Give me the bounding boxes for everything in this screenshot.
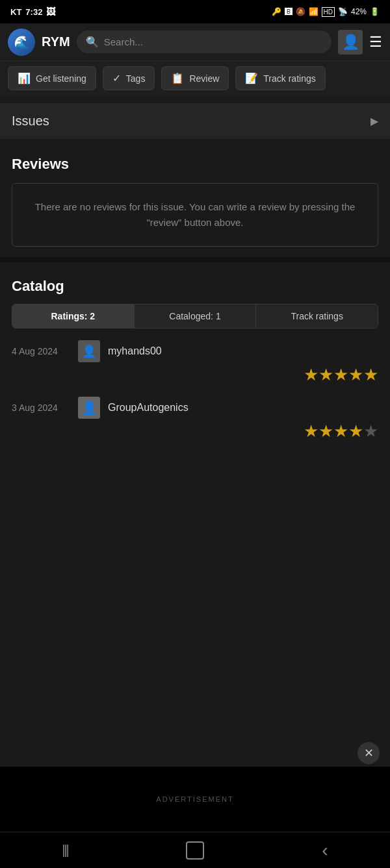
hamburger-menu[interactable]: ☰	[369, 34, 382, 51]
rating-row-1: 4 Aug 2024 👤 myhands00	[12, 340, 378, 362]
nav-back-button[interactable]: |||	[0, 832, 130, 868]
nav-home-button[interactable]	[130, 832, 260, 868]
catalog-section: Catalog Ratings: 2 Cataloged: 1 Track ra…	[0, 267, 390, 464]
photo-icon: 🖼	[46, 6, 55, 17]
track-ratings-label: Track ratings	[263, 73, 315, 84]
top-nav: 🌊 RYM 🔍 Search... 👤 ☰	[0, 23, 390, 61]
logo-icon: 🌊	[14, 34, 30, 50]
user-thumb-2: 👤	[78, 397, 100, 419]
ad-close-button[interactable]: ✕	[358, 742, 380, 764]
star-2-5: ★	[363, 421, 378, 441]
close-icon: ✕	[364, 746, 374, 760]
tags-button[interactable]: ✓ Tags	[103, 66, 155, 90]
battery-icon: 🔋	[370, 7, 380, 16]
search-icon: 🔍	[86, 36, 99, 48]
content-spacer	[0, 615, 390, 767]
star-2-2: ★	[318, 421, 333, 441]
username-1[interactable]: myhands00	[108, 345, 162, 357]
status-right: 🔑 🅱 🔕 📶 HD 📡 42% 🔋	[272, 7, 380, 17]
key-icon: 🔑	[272, 7, 281, 16]
action-buttons-row: 📊 Get listening ✓ Tags 📋 Review 📝 Track …	[0, 61, 390, 97]
stars-row-1: ★ ★ ★ ★ ★	[12, 365, 378, 385]
bottom-nav: ||| ‹	[0, 832, 390, 868]
star-1-5: ★	[363, 365, 378, 385]
star-1-3: ★	[333, 365, 348, 385]
star-1-4: ★	[348, 365, 363, 385]
track-ratings-tab-label: Track ratings	[291, 311, 343, 321]
wifi-icon: 📶	[309, 7, 318, 16]
get-listening-button[interactable]: 📊 Get listening	[8, 66, 96, 90]
ratings-tab-label: Ratings: 2	[51, 311, 95, 321]
nav-back-icon: |||	[62, 843, 68, 858]
reviews-title: Reviews	[12, 156, 378, 173]
catalog-tab-cataloged[interactable]: Cataloged: 1	[135, 304, 257, 328]
rating-date-2: 3 Aug 2024	[12, 403, 70, 413]
rating-entry-2: 3 Aug 2024 👤 GroupAutogenics ★ ★ ★ ★ ★	[12, 397, 378, 441]
ad-label: ADVERTISEMENT	[156, 795, 233, 803]
track-ratings-icon: 📝	[245, 72, 258, 84]
star-1-1: ★	[304, 365, 318, 385]
get-listening-icon: 📊	[18, 72, 31, 84]
star-2-3: ★	[333, 421, 348, 441]
star-2-4: ★	[348, 421, 363, 441]
get-listening-label: Get listening	[36, 73, 86, 84]
catalog-tab-track-ratings[interactable]: Track ratings	[256, 304, 378, 328]
user-avatar[interactable]: 👤	[338, 30, 363, 55]
track-ratings-button[interactable]: 📝 Track ratings	[235, 66, 325, 90]
user-thumb-1-icon: 👤	[82, 344, 96, 358]
review-icon: 📋	[171, 72, 184, 84]
user-thumb-1: 👤	[78, 340, 100, 362]
catalog-tab-ratings[interactable]: Ratings: 2	[12, 304, 135, 328]
tags-label: Tags	[126, 73, 146, 84]
star-2-1: ★	[304, 421, 318, 441]
reviews-section: Reviews There are no reviews for this is…	[0, 145, 390, 257]
stars-row-2: ★ ★ ★ ★ ★	[12, 421, 378, 441]
issues-title: Issues	[12, 114, 49, 129]
hamburger-icon: ☰	[369, 34, 382, 50]
time-label: 7:32	[25, 7, 42, 17]
rating-entry-1: 4 Aug 2024 👤 myhands00 ★ ★ ★ ★ ★	[12, 340, 378, 385]
search-bar[interactable]: 🔍 Search...	[77, 31, 332, 53]
no-reviews-text: There are no reviews for this issue. You…	[25, 199, 365, 230]
status-left: KT 7:32 🖼	[10, 6, 55, 17]
site-title: RYM	[42, 34, 70, 49]
hd-icon: HD	[322, 7, 335, 17]
rating-date-1: 4 Aug 2024	[12, 346, 70, 356]
review-label: Review	[189, 73, 219, 84]
review-button[interactable]: 📋 Review	[161, 66, 229, 90]
advertisement-area: ADVERTISEMENT	[0, 767, 390, 832]
mute-icon: 🔕	[296, 7, 306, 16]
no-reviews-box: There are no reviews for this issue. You…	[12, 183, 378, 247]
username-2[interactable]: GroupAutogenics	[108, 402, 188, 414]
signal-icon: 📡	[338, 7, 348, 16]
section-divider	[0, 257, 390, 262]
bottom-fixed: ADVERTISEMENT ||| ‹	[0, 767, 390, 868]
logo[interactable]: 🌊	[8, 29, 35, 56]
issues-chevron-icon: ▶	[370, 115, 378, 127]
tags-icon: ✓	[112, 72, 121, 84]
catalog-tabs: Ratings: 2 Cataloged: 1 Track ratings	[12, 304, 378, 329]
bluetooth-icon: 🅱	[285, 7, 292, 16]
nav-forward-button[interactable]: ‹	[260, 832, 390, 868]
status-bar: KT 7:32 🖼 🔑 🅱 🔕 📶 HD 📡 42% 🔋	[0, 0, 390, 23]
catalog-title: Catalog	[12, 278, 378, 295]
battery-label: 42%	[351, 7, 367, 16]
carrier-label: KT	[10, 7, 21, 17]
nav-forward-icon: ‹	[322, 840, 328, 861]
nav-home-icon	[186, 841, 204, 860]
search-placeholder: Search...	[104, 36, 143, 47]
avatar-icon: 👤	[342, 34, 359, 51]
star-1-2: ★	[318, 365, 333, 385]
cataloged-tab-label: Cataloged: 1	[169, 311, 220, 321]
rating-row-2: 3 Aug 2024 👤 GroupAutogenics	[12, 397, 378, 419]
issues-section[interactable]: Issues ▶	[0, 103, 390, 139]
user-thumb-2-icon: 👤	[81, 400, 98, 415]
